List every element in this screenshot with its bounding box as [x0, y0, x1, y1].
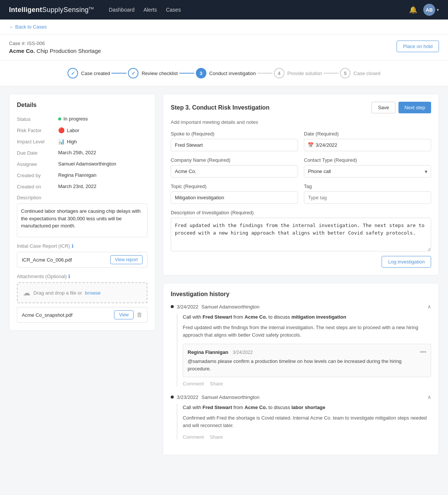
share-button-2[interactable]: Share — [210, 434, 223, 440]
place-on-hold-button[interactable]: Place on hold — [397, 41, 439, 52]
case-header: Case #: ISS-006 Acme Co. Chip Production… — [0, 35, 448, 60]
log-btn-row: Log investigation — [171, 256, 431, 268]
created-on-row: Created on March 23rd, 2022 — [17, 184, 147, 190]
history-actions-2: Comment Share — [183, 434, 431, 440]
attachments-info-icon[interactable]: ℹ — [68, 274, 70, 279]
breadcrumb-bar: ← Back to Cases — [0, 20, 448, 35]
comment-button-2[interactable]: Comment — [183, 434, 204, 440]
step-1-circle: ✓ — [68, 68, 78, 78]
assignee-row: Assignee Samuel Adamsworthington — [17, 161, 147, 167]
connector-4 — [323, 73, 338, 74]
description-of-investigation-label: Description of Investigation (Required) — [171, 210, 431, 215]
step-review-checklist: ✓ Review checklist — [128, 68, 177, 78]
attachments-label: Attachments (Optional) ℹ — [17, 274, 147, 279]
user-menu[interactable]: AB ▾ — [423, 4, 439, 16]
history-title: Investigation history — [171, 291, 431, 298]
tag-label: Tag — [304, 184, 431, 189]
step3-actions: Save Next step — [371, 102, 431, 113]
next-step-button[interactable]: Next step — [398, 102, 431, 113]
bar-chart-icon: 📊 — [58, 138, 65, 144]
comment-button-1[interactable]: Comment — [183, 381, 204, 387]
due-date-value: March 25th, 2022 — [58, 150, 96, 155]
due-date-row: Due Date March 25th, 2022 — [17, 150, 147, 156]
chevron-down-icon: ▾ — [437, 8, 439, 12]
form-subtitle: Add important meeting details and notes — [171, 119, 431, 125]
tag-input[interactable] — [304, 191, 431, 204]
view-attachment-button[interactable]: View — [114, 310, 134, 319]
nav-cases[interactable]: Cases — [166, 7, 181, 13]
created-on-value: March 23rd, 2022 — [58, 184, 96, 189]
history-actions-1: Comment Share — [183, 381, 431, 387]
step-3-circle: 3 — [196, 68, 206, 78]
step-conduct-investigation: 3 Conduct investigation — [196, 68, 256, 78]
created-on-label: Created on — [17, 184, 58, 190]
log-investigation-button[interactable]: Log investigation — [382, 256, 431, 268]
history-dot-1 — [171, 305, 174, 308]
company-name-input[interactable] — [171, 165, 298, 178]
step-4-label: Provide solution — [287, 71, 322, 76]
comment-menu-icon-1[interactable]: ••• — [420, 349, 426, 355]
attachments-section: Attachments (Optional) ℹ ☁ Drag and drop… — [17, 274, 147, 323]
main-nav: Dashboard Alerts Cases — [109, 7, 409, 13]
nav-alerts[interactable]: Alerts — [143, 7, 157, 13]
form-grid-row2: Company Name (Required) Contact Type (Re… — [171, 157, 431, 178]
delete-attachment-icon[interactable]: 🗑 — [137, 311, 143, 318]
details-title: Details — [17, 102, 147, 108]
browse-link[interactable]: browse — [85, 290, 101, 296]
checkmark-icon-2: ✓ — [131, 71, 135, 76]
step-case-created: ✓ Case created — [68, 68, 110, 78]
history-item-1: 3/24/2022 Samuel Adamsworthington ∧ Call… — [171, 304, 431, 387]
view-report-button[interactable]: View report — [110, 255, 143, 264]
drop-zone[interactable]: ☁ Drag and drop a file or browse — [17, 282, 147, 303]
notifications-icon[interactable]: 🔔 — [409, 6, 417, 14]
calendar-icon: 📅 — [308, 142, 314, 148]
comment-text-1: @samadams please confirm a production ti… — [188, 358, 426, 372]
history-date-2: 3/23/2022 — [177, 394, 198, 400]
step-5-label: Case closed — [353, 71, 380, 76]
connector-2 — [179, 73, 194, 74]
created-by-value: Regina Flannigan — [58, 172, 96, 178]
back-to-cases-link[interactable]: ← Back to Cases — [9, 24, 439, 30]
date-input-wrapper: 📅 — [304, 139, 431, 151]
steps-bar: ✓ Case created ✓ Review checklist 3 Cond… — [0, 60, 448, 86]
risk-factor-label: Risk Factor — [17, 127, 58, 133]
comment-box-1: Regina Flannigan 3/24/2022 ••• @samadams… — [183, 344, 431, 377]
description-section: Description Continued labor shortages ar… — [17, 195, 147, 237]
assignee-label: Assignee — [17, 161, 58, 167]
date-input[interactable] — [304, 139, 431, 151]
history-date-1: 3/24/2022 — [177, 304, 198, 310]
description-group: Description of Investigation (Required) — [171, 210, 431, 251]
info-icon[interactable]: ℹ — [72, 243, 74, 249]
icr-filename: ICR_Acme Co_006.pdf — [22, 257, 72, 263]
status-label: Status — [17, 116, 58, 122]
collapse-icon-1[interactable]: ∧ — [427, 304, 431, 310]
risk-factor-row: Risk Factor 🔴 Labor — [17, 127, 147, 133]
history-card: Investigation history 3/24/2022 Samuel A… — [163, 283, 439, 455]
step-4-circle: 4 — [274, 68, 284, 78]
comment-author-1: Regina Flannigan — [188, 349, 228, 355]
topic-label: Topic (Required) — [171, 184, 298, 189]
spoke-to-label: Spoke to (Required) — [171, 131, 298, 137]
contact-type-select[interactable]: Phone call Email In-person Video call — [304, 165, 431, 178]
impact-level-row: Impact Level 📊 High — [17, 138, 147, 144]
history-user-1: Samuel Adamsworthington — [201, 304, 260, 310]
topic-input[interactable] — [171, 191, 298, 204]
connector-1 — [111, 73, 126, 74]
save-button[interactable]: Save — [371, 102, 395, 113]
spoke-to-input[interactable] — [171, 139, 298, 151]
created-by-row: Created by Regina Flannigan — [17, 172, 147, 178]
contact-type-select-wrapper: Phone call Email In-person Video call — [304, 165, 431, 178]
history-summary-2: Call with Fred Stewart from Acme Co. to … — [183, 404, 431, 411]
share-button-1[interactable]: Share — [210, 381, 223, 387]
step3-card-header: Step 3. Conduct Risk Investigation Save … — [171, 102, 431, 113]
case-number: Case #: ISS-006 — [9, 41, 101, 46]
step-2-label: Review checklist — [141, 71, 177, 76]
main-content: Details Status In progress Risk Factor 🔴… — [0, 86, 448, 463]
due-date-label: Due Date — [17, 150, 58, 156]
collapse-icon-2[interactable]: ∧ — [427, 394, 431, 400]
nav-dashboard[interactable]: Dashboard — [109, 7, 135, 13]
tag-group: Tag — [304, 184, 431, 204]
spoke-to-group: Spoke to (Required) — [171, 131, 298, 151]
description-textarea[interactable] — [171, 218, 431, 251]
case-meta: Case #: ISS-006 Acme Co. Chip Production… — [9, 41, 101, 54]
